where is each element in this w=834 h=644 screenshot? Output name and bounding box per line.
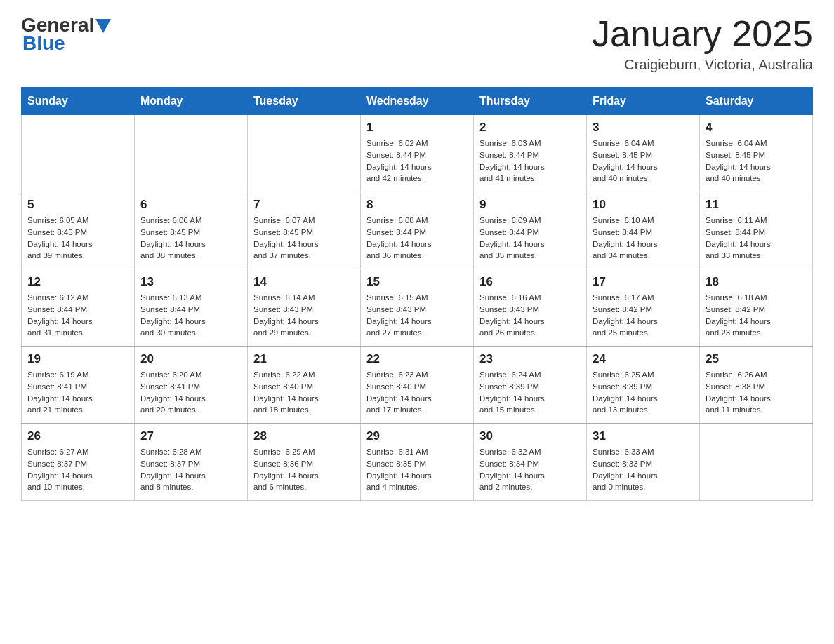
calendar-week-row: 19Sunrise: 6:19 AM Sunset: 8:41 PM Dayli… (22, 347, 813, 424)
day-number: 25 (706, 352, 807, 366)
calendar-cell: 13Sunrise: 6:13 AM Sunset: 8:44 PM Dayli… (135, 269, 248, 347)
calendar-cell: 31Sunrise: 6:33 AM Sunset: 8:33 PM Dayli… (587, 424, 700, 501)
calendar-table: SundayMondayTuesdayWednesdayThursdayFrid… (21, 87, 813, 501)
day-info: Sunrise: 6:33 AM Sunset: 8:33 PM Dayligh… (593, 446, 694, 493)
calendar-header-wednesday: Wednesday (361, 88, 474, 115)
day-info: Sunrise: 6:24 AM Sunset: 8:39 PM Dayligh… (479, 369, 581, 416)
day-info: Sunrise: 6:32 AM Sunset: 8:34 PM Dayligh… (479, 446, 581, 493)
day-number: 14 (253, 275, 355, 289)
title-section: January 2025 Craigieburn, Victoria, Aust… (592, 14, 813, 73)
calendar-cell: 5Sunrise: 6:05 AM Sunset: 8:45 PM Daylig… (22, 192, 135, 269)
calendar-cell: 8Sunrise: 6:08 AM Sunset: 8:44 PM Daylig… (361, 192, 474, 269)
calendar-cell: 3Sunrise: 6:04 AM Sunset: 8:45 PM Daylig… (587, 115, 700, 192)
day-info: Sunrise: 6:04 AM Sunset: 8:45 PM Dayligh… (706, 137, 807, 185)
day-number: 15 (366, 275, 468, 289)
calendar-week-row: 1Sunrise: 6:02 AM Sunset: 8:44 PM Daylig… (22, 115, 813, 192)
day-number: 12 (27, 275, 128, 289)
day-number: 2 (479, 121, 581, 135)
day-info: Sunrise: 6:07 AM Sunset: 8:45 PM Dayligh… (253, 215, 355, 262)
day-number: 30 (479, 429, 581, 443)
day-number: 4 (706, 121, 807, 135)
day-number: 26 (27, 429, 128, 443)
calendar-header-saturday: Saturday (700, 88, 813, 115)
calendar-header-monday: Monday (135, 88, 248, 115)
day-info: Sunrise: 6:29 AM Sunset: 8:36 PM Dayligh… (253, 446, 355, 493)
day-info: Sunrise: 6:06 AM Sunset: 8:45 PM Dayligh… (140, 215, 241, 262)
calendar-header-tuesday: Tuesday (248, 88, 361, 115)
day-info: Sunrise: 6:17 AM Sunset: 8:42 PM Dayligh… (593, 292, 694, 339)
calendar-cell: 16Sunrise: 6:16 AM Sunset: 8:43 PM Dayli… (474, 269, 587, 347)
calendar-cell: 23Sunrise: 6:24 AM Sunset: 8:39 PM Dayli… (474, 347, 587, 424)
day-number: 28 (253, 429, 355, 443)
month-title: January 2025 (592, 14, 813, 54)
day-number: 31 (593, 429, 694, 443)
calendar-cell: 19Sunrise: 6:19 AM Sunset: 8:41 PM Dayli… (22, 347, 135, 424)
day-info: Sunrise: 6:23 AM Sunset: 8:40 PM Dayligh… (366, 369, 468, 416)
day-number: 8 (366, 198, 468, 212)
calendar-cell: 7Sunrise: 6:07 AM Sunset: 8:45 PM Daylig… (248, 192, 361, 269)
day-number: 19 (27, 352, 128, 366)
day-info: Sunrise: 6:02 AM Sunset: 8:44 PM Dayligh… (366, 137, 468, 185)
day-info: Sunrise: 6:14 AM Sunset: 8:43 PM Dayligh… (253, 292, 355, 339)
day-info: Sunrise: 6:11 AM Sunset: 8:44 PM Dayligh… (706, 215, 807, 262)
day-info: Sunrise: 6:12 AM Sunset: 8:44 PM Dayligh… (27, 292, 128, 339)
calendar-header-sunday: Sunday (22, 88, 135, 115)
calendar-cell (700, 424, 813, 501)
calendar-cell (248, 115, 361, 192)
calendar-cell: 9Sunrise: 6:09 AM Sunset: 8:44 PM Daylig… (474, 192, 587, 269)
day-info: Sunrise: 6:22 AM Sunset: 8:40 PM Dayligh… (253, 369, 355, 416)
calendar-header-friday: Friday (587, 88, 700, 115)
day-info: Sunrise: 6:13 AM Sunset: 8:44 PM Dayligh… (140, 292, 241, 339)
day-number: 16 (479, 275, 581, 289)
svg-marker-0 (95, 19, 111, 33)
day-number: 3 (593, 121, 694, 135)
day-info: Sunrise: 6:19 AM Sunset: 8:41 PM Dayligh… (27, 369, 128, 416)
day-number: 18 (706, 275, 807, 289)
day-info: Sunrise: 6:03 AM Sunset: 8:44 PM Dayligh… (479, 137, 581, 185)
calendar-header-thursday: Thursday (474, 88, 587, 115)
calendar-cell (135, 115, 248, 192)
calendar-cell: 25Sunrise: 6:26 AM Sunset: 8:38 PM Dayli… (700, 347, 813, 424)
day-number: 17 (593, 275, 694, 289)
calendar-cell: 30Sunrise: 6:32 AM Sunset: 8:34 PM Dayli… (474, 424, 587, 501)
day-number: 13 (140, 275, 241, 289)
calendar-week-row: 26Sunrise: 6:27 AM Sunset: 8:37 PM Dayli… (22, 424, 813, 501)
logo: General Blue (21, 14, 111, 55)
calendar-cell: 29Sunrise: 6:31 AM Sunset: 8:35 PM Dayli… (361, 424, 474, 501)
day-number: 10 (593, 198, 694, 212)
calendar-cell: 11Sunrise: 6:11 AM Sunset: 8:44 PM Dayli… (700, 192, 813, 269)
calendar-cell: 24Sunrise: 6:25 AM Sunset: 8:39 PM Dayli… (587, 347, 700, 424)
day-number: 20 (140, 352, 241, 366)
day-number: 27 (140, 429, 241, 443)
day-number: 23 (479, 352, 581, 366)
day-info: Sunrise: 6:25 AM Sunset: 8:39 PM Dayligh… (593, 369, 694, 416)
day-number: 11 (706, 198, 807, 212)
day-number: 29 (366, 429, 468, 443)
day-number: 6 (140, 198, 241, 212)
calendar-cell: 12Sunrise: 6:12 AM Sunset: 8:44 PM Dayli… (22, 269, 135, 347)
calendar-cell: 14Sunrise: 6:14 AM Sunset: 8:43 PM Dayli… (248, 269, 361, 347)
day-number: 7 (253, 198, 355, 212)
day-info: Sunrise: 6:20 AM Sunset: 8:41 PM Dayligh… (140, 369, 241, 416)
calendar-cell: 27Sunrise: 6:28 AM Sunset: 8:37 PM Dayli… (135, 424, 248, 501)
calendar-header-row: SundayMondayTuesdayWednesdayThursdayFrid… (22, 88, 813, 115)
day-info: Sunrise: 6:04 AM Sunset: 8:45 PM Dayligh… (593, 137, 694, 185)
calendar-cell: 21Sunrise: 6:22 AM Sunset: 8:40 PM Dayli… (248, 347, 361, 424)
day-info: Sunrise: 6:26 AM Sunset: 8:38 PM Dayligh… (706, 369, 807, 416)
page-header: General Blue January 2025 Craigieburn, V… (21, 14, 813, 73)
day-info: Sunrise: 6:10 AM Sunset: 8:44 PM Dayligh… (593, 215, 694, 262)
calendar-cell: 2Sunrise: 6:03 AM Sunset: 8:44 PM Daylig… (474, 115, 587, 192)
calendar-cell (22, 115, 135, 192)
day-info: Sunrise: 6:16 AM Sunset: 8:43 PM Dayligh… (479, 292, 581, 339)
calendar-cell: 22Sunrise: 6:23 AM Sunset: 8:40 PM Dayli… (361, 347, 474, 424)
day-info: Sunrise: 6:05 AM Sunset: 8:45 PM Dayligh… (27, 215, 128, 262)
logo-blue-text: Blue (22, 32, 65, 55)
day-info: Sunrise: 6:27 AM Sunset: 8:37 PM Dayligh… (27, 446, 128, 493)
day-info: Sunrise: 6:28 AM Sunset: 8:37 PM Dayligh… (140, 446, 241, 493)
calendar-cell: 20Sunrise: 6:20 AM Sunset: 8:41 PM Dayli… (135, 347, 248, 424)
calendar-cell: 6Sunrise: 6:06 AM Sunset: 8:45 PM Daylig… (135, 192, 248, 269)
calendar-week-row: 5Sunrise: 6:05 AM Sunset: 8:45 PM Daylig… (22, 192, 813, 269)
day-info: Sunrise: 6:15 AM Sunset: 8:43 PM Dayligh… (366, 292, 468, 339)
day-info: Sunrise: 6:09 AM Sunset: 8:44 PM Dayligh… (479, 215, 581, 262)
calendar-cell: 15Sunrise: 6:15 AM Sunset: 8:43 PM Dayli… (361, 269, 474, 347)
